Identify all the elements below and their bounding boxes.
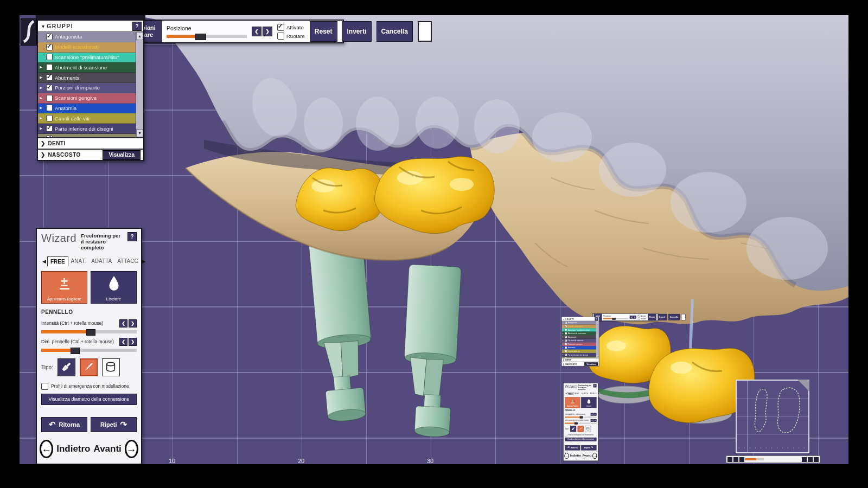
posizione-increment-button[interactable]: ❯	[263, 27, 272, 36]
wizard-subtitle: Freeforming per il restauro completo	[578, 384, 592, 390]
posizione-slider[interactable]	[167, 35, 247, 38]
flat-brush-button	[570, 426, 576, 432]
group-row[interactable]: ▶	[38, 134, 136, 137]
posizione-slider-thumb[interactable]	[195, 34, 206, 40]
group-row[interactable]: ▶ Scansioni gengiva	[38, 93, 136, 104]
group-row[interactable]: ▶ Anatomia	[38, 104, 136, 114]
attivato-checkbox[interactable]	[277, 24, 284, 31]
undo-button[interactable]: ↶ Ritorna	[41, 417, 87, 432]
tab-free[interactable]: FREE	[47, 256, 68, 266]
wizard-help-button[interactable]: ?	[127, 232, 137, 241]
collapse-chevron-icon: ▾	[563, 318, 564, 320]
scroll-down-icon[interactable]: ▼	[136, 129, 143, 137]
cylinder-tool-button[interactable]	[102, 358, 120, 376]
intensity-slider-thumb[interactable]	[86, 329, 95, 336]
brush-size-slider-thumb[interactable]	[71, 348, 80, 354]
detail-brush-button[interactable]	[80, 358, 98, 376]
group-row[interactable]: ▶ Canali delle viti	[38, 113, 136, 124]
cancella-button[interactable]: Cancella	[376, 21, 413, 42]
group-checkbox[interactable]	[46, 34, 53, 40]
brush-size-decrement-button[interactable]: ❮	[119, 338, 127, 346]
cancella-button: Cancella	[668, 314, 680, 320]
connection-diameter-button[interactable]: Visualizza diametro della connessione	[41, 394, 137, 405]
group-checkbox[interactable]	[46, 136, 53, 137]
group-checkbox[interactable]	[46, 54, 53, 60]
groups-scrollbar[interactable]: ▲ ▼	[136, 32, 143, 137]
redo-button[interactable]: Ripeti ↷	[91, 417, 137, 432]
ruotare-checkbox[interactable]	[277, 33, 284, 40]
group-row: ▶	[562, 357, 596, 358]
nascosto-chevron-icon[interactable]: ❯	[41, 152, 45, 158]
group-checkbox[interactable]	[46, 125, 53, 132]
groups-list: ▶ Antagonista ▶ Modelli scansionati ▶ Sc…	[562, 321, 599, 358]
group-label: Scansione "prelimatura/situ"	[568, 329, 591, 331]
groups-header[interactable]: ▾ GRUPPI ?	[38, 21, 143, 32]
expander-icon[interactable]: ▶	[40, 126, 44, 131]
back-button: ←	[564, 453, 569, 459]
tab-adatta[interactable]: ADATTA	[88, 256, 114, 266]
denti-label: DENTI	[48, 140, 141, 146]
intensity-decrement-button[interactable]: ❮	[119, 319, 127, 328]
viewport-3d[interactable]: 102030 piani are Posizione ❮ ❯ Attivato	[20, 15, 848, 464]
expander-icon[interactable]: ▶	[40, 116, 44, 120]
visualizza-button[interactable]: Visualizza	[103, 150, 141, 160]
group-checkbox[interactable]	[46, 44, 53, 50]
tab-anat[interactable]: ANAT.	[68, 256, 89, 266]
apply-remove-label: Applicare/Togliere	[567, 406, 578, 407]
group-row[interactable]: ▶ Abutments	[38, 73, 136, 83]
posizione-decrement-button[interactable]: ❮	[252, 27, 261, 36]
posizione-slider-thumb	[612, 318, 616, 320]
expander-icon[interactable]: ▶	[40, 106, 44, 110]
group-label: Antagonista	[568, 322, 578, 324]
tab-attacc[interactable]: ATTACC	[114, 256, 141, 266]
group-checkbox[interactable]	[46, 64, 53, 70]
tabs-left-arrow-icon[interactable]: ◀	[41, 259, 47, 264]
brush-size-slider-thumb	[575, 422, 578, 425]
group-row[interactable]: ▶ Antagonista	[38, 32, 136, 42]
ruotare-label: Ruotare	[641, 318, 646, 319]
expander-icon[interactable]: ▶	[40, 65, 44, 69]
expander-icon[interactable]: ▶	[40, 96, 44, 100]
intensity-slider[interactable]	[41, 330, 137, 333]
denti-chevron-icon[interactable]: ❯	[41, 140, 45, 146]
tabs-right-arrow-icon[interactable]: ▶	[141, 259, 147, 264]
apply-remove-button[interactable]: ± Applicare/Togliere	[41, 271, 87, 304]
denti-section[interactable]: ❯ DENTI	[38, 137, 143, 149]
next-button[interactable]: →	[125, 440, 138, 458]
group-row[interactable]: ▶ Modelli scansionati	[38, 42, 136, 53]
droplet-icon	[107, 272, 121, 296]
color-swatch[interactable]	[418, 21, 432, 42]
expander-icon[interactable]: ▶	[40, 75, 44, 80]
smooth-button[interactable]: Lisciare	[91, 271, 137, 304]
ruotare-checkbox	[637, 317, 640, 319]
group-row[interactable]: ▶ Parte inferiore dei disegni	[38, 124, 136, 134]
back-button[interactable]: ←	[40, 440, 53, 458]
group-checkbox[interactable]	[46, 105, 53, 111]
inverti-button[interactable]: Inverti	[342, 21, 372, 42]
brush-size-increment-button[interactable]: ❯	[129, 338, 137, 346]
intensity-increment-button: ❯	[593, 413, 596, 416]
group-checkbox[interactable]	[46, 95, 53, 101]
intensity-slider	[565, 416, 596, 418]
group-checkbox[interactable]	[46, 85, 53, 91]
group-row[interactable]: ▶ Porzioni di impianto	[38, 83, 136, 93]
intensity-increment-button[interactable]: ❯	[129, 319, 137, 328]
group-row[interactable]: ▶ Scansione "prelimatura/situ"	[38, 53, 136, 63]
flat-brush-button[interactable]	[58, 358, 75, 376]
nascosto-section[interactable]: ❯ NASCOSTO Visualizza	[38, 149, 143, 160]
brush-size-slider[interactable]	[41, 349, 137, 352]
group-checkbox[interactable]	[46, 115, 53, 121]
emergence-checkbox[interactable]	[41, 383, 48, 390]
expander-icon[interactable]: ▶	[40, 137, 44, 137]
scroll-up-icon[interactable]: ▲	[136, 32, 143, 40]
group-row[interactable]: ▶ Abutment di scansione	[38, 62, 136, 73]
group-checkbox[interactable]	[46, 74, 53, 81]
reset-button[interactable]: Reset	[310, 21, 337, 42]
groups-help-button[interactable]: ?	[132, 22, 142, 31]
folded-corner	[797, 380, 809, 391]
collapse-chevron-icon[interactable]: ▾	[42, 23, 44, 29]
expander-icon[interactable]: ▶	[40, 86, 44, 90]
wizard-title: Wizard	[565, 384, 577, 389]
tab-anat: ANAT.	[574, 393, 580, 396]
attivato-label: Attivato	[286, 24, 304, 30]
